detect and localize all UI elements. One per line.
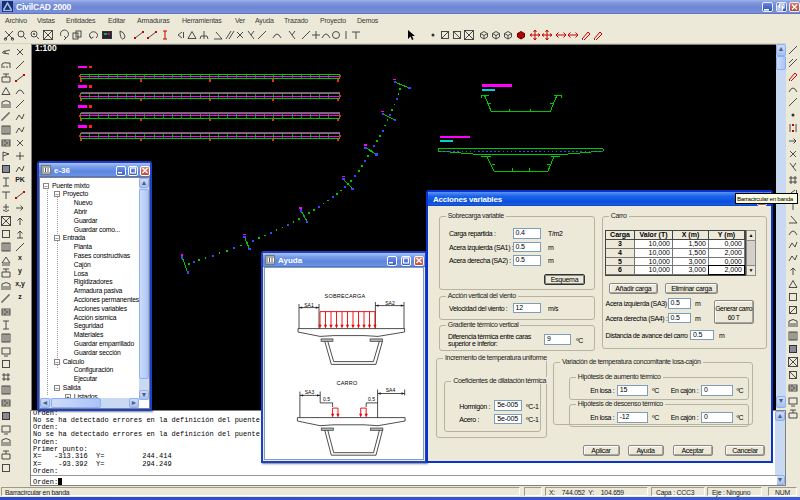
svg-text:0.5: 0.5 <box>368 396 375 402</box>
svg-text:SA2: SA2 <box>385 300 395 306</box>
svg-text:SA4: SA4 <box>386 387 396 393</box>
svg-text:0.5: 0.5 <box>323 396 330 402</box>
svg-text:SOBRECARGA: SOBRECARGA <box>325 293 366 299</box>
svg-text:SA1: SA1 <box>304 302 314 308</box>
svg-text:SA3: SA3 <box>305 389 315 395</box>
svg-text:CARRO: CARRO <box>337 380 358 386</box>
